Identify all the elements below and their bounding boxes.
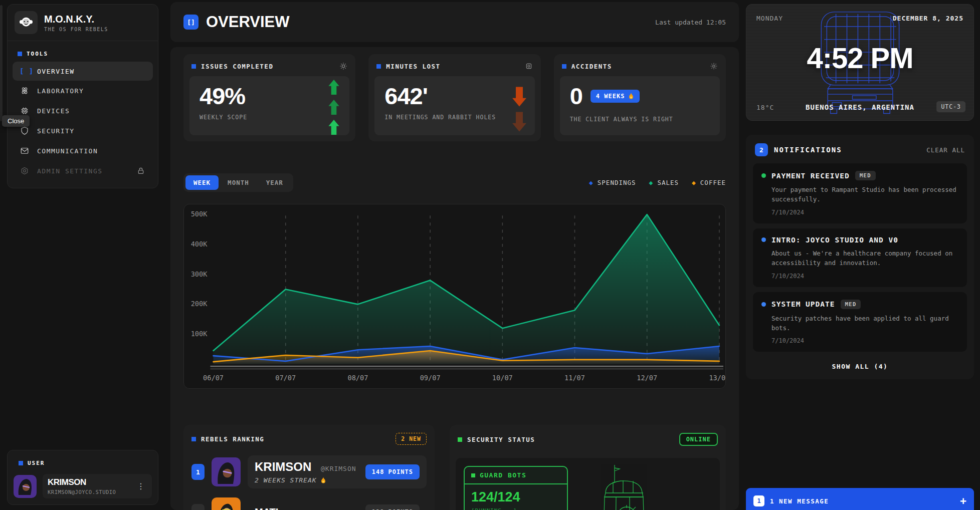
rebels-ranking-card: REBELS RANKING 2 NEW 1 KRIMSON @KRIMSON — [183, 425, 435, 510]
sidebar-item-label: OVERVIEW — [37, 68, 75, 75]
logo-row: M.O.N.K.Y. THE OS FOR REBELS — [8, 5, 158, 41]
clock-date: DECEMBER 8, 2025 — [893, 15, 963, 22]
brackets-icon: [ ] — [20, 67, 30, 75]
diamond-icon: ◆ — [692, 179, 696, 186]
avatar — [14, 475, 37, 498]
svg-text:12/07: 12/07 — [637, 374, 657, 382]
tab-month[interactable]: MONTH — [220, 175, 257, 190]
clear-all-button[interactable]: CLEAR ALL — [926, 146, 965, 154]
sidebar-item-overview[interactable]: [ ] OVERVIEW — [13, 62, 153, 81]
ranking-row-1[interactable]: 1 KRIMSON @KRIMSON 2 WEEKS STREAK — [189, 451, 429, 493]
legend-coffee[interactable]: ◆ COFFEE — [692, 179, 726, 186]
notification-item-payment[interactable]: PAYMENT RECEIVED MED Your payment to Ram… — [753, 163, 967, 223]
envelope-icon — [20, 146, 30, 155]
tools-section-label: TOOLS — [13, 46, 153, 62]
sidebar-item-security[interactable]: SECURITY — [13, 121, 153, 141]
svg-text:09/07: 09/07 — [420, 374, 441, 382]
notification-date: 7/10/2024 — [771, 209, 958, 216]
tab-year[interactable]: YEAR — [258, 175, 291, 190]
section-marker — [191, 64, 196, 69]
sidebar-item-laboratory[interactable]: LABORATORY — [13, 81, 153, 101]
sidebar-card: M.O.N.K.Y. THE OS FOR REBELS TOOLS [ ] O… — [7, 4, 158, 188]
notifications-title: NOTIFICATIONS — [774, 146, 842, 154]
notification-top: SYSTEM UPDATE MED — [761, 300, 958, 309]
notification-top: PAYMENT RECEIVED MED — [761, 171, 958, 180]
new-message-bar[interactable]: 1 1 NEW MESSAGE + — [746, 488, 974, 510]
status-dot-blue — [761, 302, 766, 307]
sidebar-item-communication[interactable]: COMMUNICATION — [13, 141, 153, 161]
priority-badge: MED — [855, 171, 876, 180]
notification-title: SYSTEM UPDATE — [771, 300, 835, 308]
section-marker — [376, 64, 381, 69]
notifications-panel: 2 NOTIFICATIONS CLEAR ALL PAYMENT RECEIV… — [746, 135, 974, 379]
sidebar-item-label: SECURITY — [37, 127, 75, 135]
stat-label: ISSUES COMPLETED — [201, 63, 273, 70]
message-count-badge: 1 — [753, 495, 764, 506]
legend-spendings[interactable]: ◆ SPENDINGS — [589, 179, 636, 186]
stat-settings-gear-icon[interactable] — [339, 62, 347, 70]
trend-down-arrows — [511, 79, 528, 135]
notification-body: Your payment to Rampant Studio has been … — [771, 185, 958, 204]
security-body: GUARD BOTS 124/124 [RUNNING...] FIREWALL — [456, 458, 720, 510]
plus-icon[interactable]: + — [960, 495, 966, 507]
sidebar-collapse-handle[interactable] — [0, 5, 3, 121]
security-status-card: SECURITY STATUS ONLINE GUARD BOTS 124/12… — [450, 425, 726, 510]
online-badge: ONLINE — [679, 433, 718, 446]
page-header: [] OVERVIEW Last updated 12:05 — [170, 2, 739, 42]
svg-text:100K: 100K — [191, 330, 208, 338]
stat-settings-chip-icon[interactable] — [525, 62, 533, 70]
value-row: 0 4 WEEKS — [570, 84, 710, 108]
stat-caption: IN MEETINGS AND RABBIT HOLES — [384, 114, 524, 121]
stat-body: 0 4 WEEKS THE CLIENT ALWAYS IS RIGHT — [560, 76, 720, 135]
guard-bot-wireframe — [596, 464, 661, 510]
chart-canvas: 100K200K300K400K500K06/0707/0708/0709/07… — [184, 208, 725, 386]
section-marker — [562, 64, 566, 69]
sidebar-item-label: DEVICES — [37, 107, 70, 115]
monkey-logo-icon — [15, 11, 38, 34]
rank-number: 1 — [191, 464, 205, 480]
svg-text:400K: 400K — [191, 240, 208, 248]
rebel-streak: 2 WEEKS STREAK — [255, 476, 356, 484]
svg-text:13/07: 13/07 — [709, 374, 725, 382]
svg-text:08/07: 08/07 — [347, 374, 368, 382]
show-all-button[interactable]: SHOW ALL (4) — [753, 357, 967, 374]
user-menu-kebab-icon[interactable]: ⋮ — [135, 481, 147, 491]
sidebar-item-devices[interactable]: DEVICES — [13, 101, 153, 121]
new-count-badge: 2 NEW — [396, 433, 427, 445]
ranking-texts: KRIMSON @KRIMSON 2 WEEKS STREAK — [255, 460, 356, 484]
legend-sales[interactable]: ◆ SALES — [649, 179, 679, 186]
diamond-icon: ◆ — [649, 179, 654, 186]
clock-day: MONDAY — [756, 15, 783, 22]
notification-item-system-update[interactable]: SYSTEM UPDATE MED Security patches have … — [753, 292, 967, 352]
stat-header: ISSUES COMPLETED — [189, 59, 349, 76]
security-header: SECURITY STATUS ONLINE — [456, 430, 720, 452]
clock-utc-badge: UTC-3 — [936, 101, 965, 112]
name-line: MATI @MATI — [255, 506, 310, 510]
sidebar-item-admin-settings[interactable]: ADMIN SETTINGS — [13, 161, 153, 181]
guard-bots-value: 124/124 — [471, 489, 560, 505]
notification-body: Security patches have been applied to al… — [771, 314, 958, 333]
stats-grid: ISSUES COMPLETED 49% WEEKLY SCOPE — [183, 54, 726, 141]
stat-body: 642' IN MEETINGS AND RABBIT HOLES — [374, 76, 534, 135]
security-title: SECURITY STATUS — [467, 436, 535, 443]
notification-title: INTRO: JOYCO STUDIO AND V0 — [771, 236, 898, 244]
notification-item-intro[interactable]: INTRO: JOYCO STUDIO AND V0 About us - We… — [753, 228, 967, 287]
sidebar-item-label: COMMUNICATION — [37, 147, 98, 155]
message-text: 1 NEW MESSAGE — [770, 497, 829, 505]
area-chart[interactable]: 100K200K300K400K500K06/0707/0708/0709/07… — [183, 204, 726, 389]
stat-value: 49% — [200, 84, 339, 108]
section-marker-green — [458, 437, 462, 442]
notification-title: PAYMENT RECEIVED — [771, 172, 850, 180]
points-badge: 148 POINTS — [365, 464, 420, 479]
ranking-row-2[interactable]: 2 MATI @MATI 129 POINTS — [189, 493, 429, 510]
stat-settings-sun-icon[interactable] — [710, 62, 718, 70]
flame-icon — [628, 93, 634, 100]
tools-label: TOOLS — [27, 51, 48, 57]
overview-brackets-icon: [] — [183, 15, 199, 30]
notification-date: 7/10/2024 — [771, 337, 958, 344]
sidebar-nav: TOOLS [ ] OVERVIEW LABORATORY — [8, 41, 158, 184]
stat-caption: THE CLIENT ALWAYS IS RIGHT — [570, 116, 710, 123]
tab-week[interactable]: WEEK — [185, 175, 219, 190]
stat-card-issues: ISSUES COMPLETED 49% WEEKLY SCOPE — [183, 54, 355, 141]
notification-date: 7/10/2024 — [771, 273, 958, 280]
